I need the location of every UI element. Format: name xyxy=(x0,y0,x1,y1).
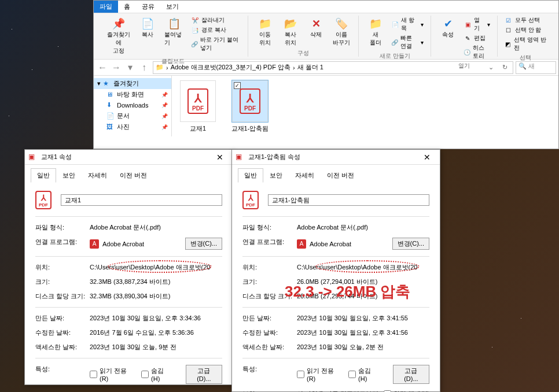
readonly-checkbox[interactable]: 읽기 전용(R) xyxy=(90,367,134,382)
opens-with-value: Adobe Acrobat xyxy=(102,241,144,247)
nav-desktop[interactable]: 🖥바탕 화면📌 xyxy=(94,89,171,100)
pin-icon: 📌 xyxy=(161,92,168,98)
file-item[interactable]: ✓⅄PDF 교재1-압축됨 xyxy=(229,80,271,133)
easy-access-button[interactable]: 🔗빠른 연결 ▾ xyxy=(389,34,426,51)
file-checkbox[interactable]: ✓ xyxy=(234,82,241,89)
created-value: 2023년 10월 30일 월요일, 오후 3:41:55 xyxy=(297,314,429,323)
move-to-button[interactable]: 📁이동 위치 xyxy=(253,16,277,48)
size-on-disk-value: 32.3MB (33,890,304 바이트) xyxy=(90,292,222,301)
select-all-button[interactable]: ☑모두 선택 xyxy=(502,16,549,25)
change-button[interactable]: 변경(C)... xyxy=(185,238,222,250)
close-button[interactable]: ✕ xyxy=(418,153,436,162)
modified-value: 2016년 7월 6일 수요일, 오후 5:36:36 xyxy=(90,328,222,337)
document-icon: 📄 xyxy=(106,112,115,120)
acrobat-icon: A xyxy=(90,239,99,249)
invert-icon: ◩ xyxy=(505,40,512,48)
refresh-button[interactable]: ↻ xyxy=(499,64,510,71)
hidden-checkbox[interactable]: 숨김(H) xyxy=(141,367,172,382)
delete-button[interactable]: ✕삭제 xyxy=(304,16,328,40)
advanced-button[interactable]: 고급(D)... xyxy=(393,365,429,384)
path-dropdown[interactable]: ⌄ xyxy=(485,64,497,71)
tab-security[interactable]: 보안 xyxy=(56,168,82,183)
move-icon: 📁 xyxy=(258,17,272,31)
rename-button[interactable]: 🏷️이름 바꾸기 xyxy=(329,16,354,48)
acrobat-icon: A xyxy=(297,239,306,249)
invert-selection-button[interactable]: ◩선택 영역 반전 xyxy=(502,35,549,53)
security-label: 보안: xyxy=(242,390,297,392)
paste-shortcut-button[interactable]: 🔗바로 가기 붙여넣기 xyxy=(189,35,243,53)
download-icon: ⬇ xyxy=(106,101,115,109)
nav-downloads[interactable]: ⬇Downloads📌 xyxy=(94,100,171,110)
pdf-icon: ▣ xyxy=(236,153,245,162)
edit-icon: ✎ xyxy=(464,34,472,42)
filename-input[interactable] xyxy=(61,194,222,206)
pin-quickaccess-button[interactable]: 📌즐겨찾기에 고정 xyxy=(103,16,134,56)
breadcrumb[interactable]: 📁 › Adobe 애크로벗(2023_3분기_4) PDF 압축 › 새 폴더… xyxy=(153,61,513,74)
properties-dialog-2: ▣ 교재1-압축됨 속성 ✕ 일반 보안 자세히 이전 버전 ⅄PDF 파일 형… xyxy=(231,149,440,392)
tab-details[interactable]: 자세히 xyxy=(82,168,113,183)
tab-details[interactable]: 자세히 xyxy=(289,168,321,183)
select-none-button[interactable]: ☐선택 안 함 xyxy=(502,25,549,35)
breadcrumb-seg[interactable]: Adobe 애크로벗(2023_3분기_4) PDF 압축 › xyxy=(171,63,295,72)
new-item-button[interactable]: 📄새 항목 ▾ xyxy=(389,16,426,33)
location-label: 위치: xyxy=(242,263,297,272)
copy-button[interactable]: 📄복사 xyxy=(135,16,160,40)
search-input[interactable]: 🔍 새 xyxy=(516,61,556,74)
tab-previous[interactable]: 이전 버전 xyxy=(321,168,361,183)
breadcrumb-seg[interactable]: 새 폴더 1 xyxy=(297,63,323,72)
navigation-pane: ▾★즐겨찾기 🖥바탕 화면📌 ⬇Downloads📌 📄문서📌 🖼사진📌 xyxy=(94,76,172,136)
chevron-down-icon: ▾ xyxy=(487,21,490,28)
recent-dropdown[interactable]: ▾ xyxy=(124,61,137,74)
nav-quickaccess[interactable]: ▾★즐겨찾기 xyxy=(94,78,171,89)
forward-button[interactable]: → xyxy=(110,61,123,74)
selectall-icon: ☑ xyxy=(505,16,513,24)
open-button[interactable]: ▣열기 ▾ xyxy=(461,16,492,33)
properties-button[interactable]: ✔속성 xyxy=(436,16,460,40)
ribbon-tabs: 파일 홈 공유 보기 xyxy=(94,1,558,13)
folder-icon: 📁 xyxy=(369,17,383,31)
history-icon: 🕓 xyxy=(464,48,470,56)
close-button[interactable]: ✕ xyxy=(211,153,229,162)
tab-general[interactable]: 일반 xyxy=(31,168,56,183)
edit-button[interactable]: ✎편집 xyxy=(461,34,492,43)
dialog-titlebar: ▣ 교재1-압축됨 속성 ✕ xyxy=(232,150,440,165)
modified-label: 수정한 날짜: xyxy=(35,328,90,337)
advanced-button[interactable]: 고급(D)... xyxy=(186,365,222,384)
tab-general[interactable]: 일반 xyxy=(238,168,263,183)
copy-to-button[interactable]: 📂복사 위치 xyxy=(278,16,303,48)
size-value: 32.3MB (33,887,234 바이트) xyxy=(90,278,222,286)
file-item[interactable]: ⅄PDF 교재1 xyxy=(176,80,219,133)
change-button[interactable]: 변경(C)... xyxy=(392,238,429,250)
paste-icon: 📋 xyxy=(167,17,181,31)
up-button[interactable]: ↑ xyxy=(138,61,150,74)
pin-icon: 📌 xyxy=(161,113,168,119)
tab-security[interactable]: 보안 xyxy=(263,168,289,183)
unblock-checkbox[interactable]: 차단 해제(K) xyxy=(384,390,429,392)
filetype-label: 파일 형식: xyxy=(35,223,90,232)
tab-share[interactable]: 공유 xyxy=(136,1,160,13)
hidden-checkbox[interactable]: 숨김(H) xyxy=(348,367,379,382)
new-folder-button[interactable]: 📁새 폴더 xyxy=(363,16,388,48)
paste-button[interactable]: 📋붙여넣기 xyxy=(161,16,187,48)
ribbon: 📌즐겨찾기에 고정 📄복사 📋붙여넣기 ✂️잘라내기 📑경로 복사 🔗바로 가기… xyxy=(94,13,558,60)
cut-button[interactable]: ✂️잘라내기 xyxy=(189,16,243,25)
size-on-disk-label: 디스크 할당 크기: xyxy=(35,292,90,301)
tab-home[interactable]: 홈 xyxy=(118,1,136,13)
copy-path-button[interactable]: 📑경로 복사 xyxy=(189,25,243,35)
path-icon: 📑 xyxy=(191,26,199,34)
history-button[interactable]: 🕓히스토리 xyxy=(461,43,492,61)
readonly-checkbox[interactable]: 읽기 전용(R) xyxy=(297,367,341,382)
nav-pictures[interactable]: 🖼사진📌 xyxy=(94,121,171,132)
security-text: 이 파일은 다른 컴퓨터로부터 왔으며 사용자의 컴퓨터를 보호하기 위해 차단… xyxy=(297,390,380,392)
tab-previous[interactable]: 이전 버전 xyxy=(113,168,153,183)
pdf-small-icon: ▣ xyxy=(464,20,471,28)
created-value: 2023년 10월 30일 월요일, 오후 3:34:36 xyxy=(90,314,222,323)
attributes-label: 특성: xyxy=(35,365,90,384)
tab-view[interactable]: 보기 xyxy=(160,1,185,13)
tab-file[interactable]: 파일 xyxy=(94,1,118,13)
file-list: ⅄PDF 교재1 ✓⅄PDF 교재1-압축됨 xyxy=(172,76,558,136)
nav-documents[interactable]: 📄문서📌 xyxy=(94,110,171,121)
shortcut-icon: 🔗 xyxy=(191,40,198,48)
filename-input[interactable] xyxy=(268,194,429,206)
back-button[interactable]: ← xyxy=(96,61,109,74)
